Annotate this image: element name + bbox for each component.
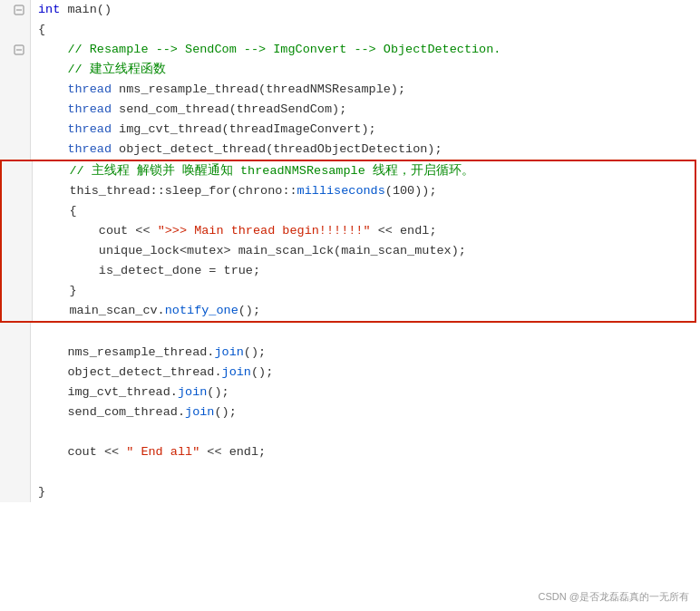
fold-marker[interactable] <box>15 205 27 218</box>
code-line: { <box>33 201 695 221</box>
code-line: { <box>31 20 700 40</box>
line-gutter <box>2 221 33 241</box>
table-row: thread nms_resample_thread(threadNMSResa… <box>0 80 700 100</box>
line-gutter <box>0 422 31 442</box>
code-line: thread send_com_thread(threadSendCom); <box>31 100 700 120</box>
line-gutter <box>2 161 33 181</box>
code-line <box>31 462 700 482</box>
table-row: } <box>2 281 695 301</box>
fold-marker[interactable] <box>13 346 25 359</box>
fold-marker[interactable] <box>15 245 27 257</box>
code-line: thread object_detect_thread(threadObject… <box>31 140 700 160</box>
table-row: img_cvt_thread.join(); <box>0 383 700 402</box>
table-row: cout << ">>> Main thread begin!!!!!!" <<… <box>2 221 695 241</box>
code-line: unique_lock<mutex> main_scan_lck(main_sc… <box>33 241 695 261</box>
fold-marker[interactable] <box>15 225 27 238</box>
table-row: this_thread::sleep_for(chrono::milliseco… <box>2 181 695 201</box>
fold-marker[interactable] <box>13 486 25 499</box>
code-line <box>31 323 700 343</box>
table-row: cout << " End all" << endl; <box>0 442 700 462</box>
line-gutter <box>2 241 33 261</box>
line-gutter <box>2 181 33 201</box>
fold-marker[interactable] <box>13 24 25 36</box>
table-row: main_scan_cv.notify_one(); <box>2 301 695 321</box>
table-row: { <box>0 20 700 40</box>
table-row: unique_lock<mutex> main_scan_lck(main_sc… <box>2 241 695 261</box>
code-line: cout << ">>> Main thread begin!!!!!!" <<… <box>33 221 695 241</box>
code-line: cout << " End all" << endl; <box>31 442 700 462</box>
code-line: main_scan_cv.notify_one(); <box>33 301 695 321</box>
table-row <box>0 422 700 442</box>
code-line: // 建立线程函数 <box>31 60 700 80</box>
line-gutter <box>0 100 31 120</box>
fold-marker[interactable] <box>15 185 27 198</box>
fold-marker[interactable] <box>13 44 25 56</box>
fold-marker[interactable] <box>13 386 25 399</box>
table-row: thread send_com_thread(threadSendCom); <box>0 100 700 120</box>
code-line: // Resample --> SendCom --> ImgConvert -… <box>31 40 700 60</box>
fold-marker[interactable] <box>13 326 25 339</box>
line-gutter <box>0 383 31 402</box>
code-line: this_thread::sleep_for(chrono::milliseco… <box>33 181 695 201</box>
code-line: object_detect_thread.join(); <box>31 363 700 383</box>
line-gutter <box>0 442 31 462</box>
line-gutter <box>0 363 31 383</box>
code-line: send_com_thread.join(); <box>31 402 700 422</box>
table-row: { <box>2 201 695 221</box>
fold-marker[interactable] <box>13 143 25 156</box>
table-row: thread object_detect_thread(threadObject… <box>0 140 700 160</box>
fold-marker[interactable] <box>15 265 27 277</box>
fold-marker[interactable] <box>15 285 27 297</box>
table-row: // Resample --> SendCom --> ImgConvert -… <box>0 40 700 60</box>
line-gutter <box>2 261 33 281</box>
line-gutter <box>0 120 31 140</box>
line-gutter <box>0 60 31 80</box>
line-gutter <box>0 343 31 363</box>
fold-marker[interactable] <box>13 466 25 479</box>
code-line: thread img_cvt_thread(threadImageConvert… <box>31 120 700 140</box>
fold-marker[interactable] <box>13 446 25 459</box>
code-line: thread nms_resample_thread(threadNMSResa… <box>31 80 700 100</box>
table-row: object_detect_thread.join(); <box>0 363 700 383</box>
line-gutter <box>0 462 31 482</box>
code-viewer: int main(){ // Resample --> SendCom --> … <box>0 0 700 611</box>
code-line: } <box>33 281 695 301</box>
fold-marker[interactable] <box>15 165 27 178</box>
fold-marker[interactable] <box>13 366 25 379</box>
line-gutter <box>0 482 31 502</box>
fold-marker[interactable] <box>13 63 25 76</box>
code-line: int main() <box>31 0 700 20</box>
code-line <box>31 422 700 442</box>
code-line: // 主线程 解锁并 唤醒通知 threadNMSResample 线程，开启循… <box>33 161 695 181</box>
line-gutter <box>0 0 31 20</box>
fold-marker[interactable] <box>13 103 25 116</box>
line-gutter <box>0 402 31 422</box>
code-line: nms_resample_thread.join(); <box>31 343 700 363</box>
line-gutter <box>2 301 33 321</box>
line-gutter <box>0 40 31 60</box>
table-row <box>0 462 700 482</box>
table-row: } <box>0 482 700 502</box>
table-row: // 建立线程函数 <box>0 60 700 80</box>
line-gutter <box>0 323 31 343</box>
code-line: } <box>31 482 700 502</box>
fold-marker[interactable] <box>13 123 25 136</box>
line-gutter <box>2 281 33 301</box>
line-gutter <box>0 140 31 160</box>
table-row: // 主线程 解锁并 唤醒通知 threadNMSResample 线程，开启循… <box>2 161 695 181</box>
table-row: send_com_thread.join(); <box>0 402 700 422</box>
fold-marker[interactable] <box>13 83 25 96</box>
table-row: nms_resample_thread.join(); <box>0 343 700 363</box>
table-row <box>0 323 700 343</box>
highlight-section: // 主线程 解锁并 唤醒通知 threadNMSResample 线程，开启循… <box>0 160 696 323</box>
line-gutter <box>0 80 31 100</box>
line-gutter <box>2 201 33 221</box>
table-row: thread img_cvt_thread(threadImageConvert… <box>0 120 700 140</box>
fold-marker[interactable] <box>15 305 27 317</box>
watermark: CSDN @是否龙磊磊真的一无所有 <box>539 590 689 604</box>
fold-marker[interactable] <box>13 426 25 439</box>
code-line: img_cvt_thread.join(); <box>31 383 700 402</box>
fold-marker[interactable] <box>13 4 25 16</box>
fold-marker[interactable] <box>13 406 25 419</box>
line-gutter <box>0 20 31 40</box>
